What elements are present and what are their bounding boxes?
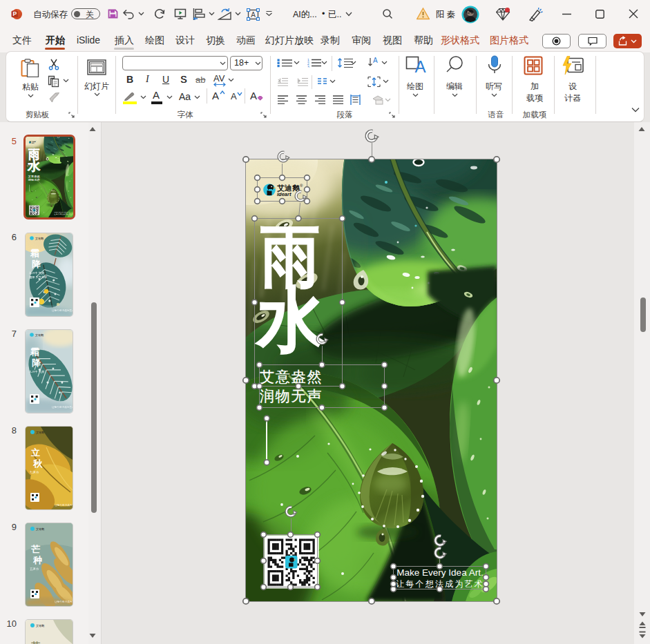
svg-text:A: A xyxy=(373,57,378,64)
svg-text:3: 3 xyxy=(307,65,309,68)
svg-text:A: A xyxy=(414,57,426,75)
